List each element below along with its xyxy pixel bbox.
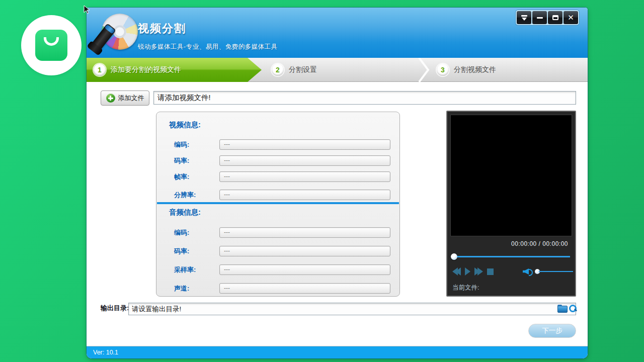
audio-bitrate-row: 码率: --- [156,246,399,256]
step-3-label: 分割视频文件 [454,65,496,74]
title-block: 视频分割 锐动多媒体工具-专业、易用、免费的多媒体工具 [138,21,278,51]
media-info-panel: 视频信息: 编码: --- 码率: --- 帧率: --- 分辨率: --- 音… [156,112,400,297]
menu-button[interactable] [517,11,531,24]
audio-channels-row: 声道: --- [156,283,399,294]
wizard-step-1-active[interactable]: 1 添加要分割的视频文件 [87,58,262,82]
video-codec-label: 编码: [174,139,189,150]
stop-icon [487,268,494,275]
add-file-label: 添加文件 [118,94,144,103]
video-bitrate-value: --- [219,155,390,166]
minimize-button[interactable] [532,11,547,24]
statusbar: Ver: 10.1 [87,346,588,358]
audio-codec-value: --- [219,227,390,238]
audio-samplerate-row: 采样率: --- [156,264,399,275]
audio-samplerate-label: 采样率: [174,264,196,275]
audio-bitrate-label: 码率: [174,246,189,256]
playback-controls [452,267,494,276]
folder-icon[interactable] [557,305,567,312]
stop-button[interactable] [487,267,494,276]
version-label: Ver: 10.1 [93,349,118,356]
app-disc-icon [97,13,138,54]
wizard-step-3[interactable]: 3 分割视频文件 [437,58,496,82]
video-resolution-label: 分辨率: [174,190,196,200]
main-content: 添加文件 请添加视频文件! 视频信息: 编码: --- 码率: --- 帧率: … [87,82,588,346]
app-store-badge[interactable] [21,15,82,75]
rewind-icon-2 [455,267,461,276]
video-resolution-value: --- [219,190,390,200]
audio-samplerate-value: --- [219,264,390,275]
time-display: 00:00:00 / 00:00:00 [511,240,568,247]
bag-handle [44,37,59,46]
video-info-heading: 视频信息: [169,120,201,130]
video-framerate-row: 帧率: --- [156,171,399,182]
close-button[interactable]: ✕ [564,11,578,24]
audio-info-heading: 音频信息: [169,208,201,217]
video-bitrate-label: 码率: [174,155,189,166]
video-display [450,115,572,236]
volume-control [523,267,573,276]
add-file-button[interactable]: 添加文件 [101,90,149,106]
maximize-icon [552,15,558,20]
seek-handle[interactable] [451,253,457,260]
step-1-label: 添加要分割的视频文件 [111,65,181,74]
video-bitrate-row: 码率: --- [156,155,399,166]
step-1-number: 1 [94,64,106,76]
maximize-button[interactable] [548,11,562,24]
mouse-cursor-icon [84,5,91,15]
wizard-bar: 1 添加要分割的视频文件 2 分割设置 3 分割视频文件 [87,58,588,82]
step-2-label: 分割设置 [289,65,317,74]
search-icon[interactable] [569,304,577,312]
step-separator-chevron-icon [418,58,430,82]
audio-bitrate-value: --- [219,246,390,256]
add-plus-icon [106,94,115,103]
minimize-icon [537,17,543,19]
window-controls: ✕ [516,10,579,25]
output-dir-label: 输出目录: [101,304,129,313]
audio-channels-value: --- [219,283,390,294]
chevron-down-icon [521,15,528,20]
rewind-button[interactable] [452,267,461,276]
seek-bar[interactable] [452,256,570,257]
video-framerate-value: --- [219,171,390,182]
next-step-button[interactable]: 下一步 [528,324,576,338]
app-subtitle: 锐动多媒体工具-专业、易用、免费的多媒体工具 [138,43,278,51]
app-title: 视频分割 [138,21,278,36]
store-bag-icon [35,30,67,61]
app-window: 视频分割 锐动多媒体工具-专业、易用、免费的多媒体工具 ✕ 1 添加要分割的视频… [87,8,588,358]
wizard-step-2[interactable]: 2 分割设置 [272,58,317,82]
video-resolution-row: 分辨率: --- [156,190,399,200]
volume-icon[interactable] [523,267,532,276]
file-path-field[interactable]: 请添加视频文件! [153,91,576,105]
volume-bar[interactable] [539,271,573,272]
video-codec-value: --- [219,139,390,150]
forward-icon-2 [477,267,483,276]
video-codec-row: 编码: --- [156,139,399,150]
close-icon: ✕ [568,14,574,22]
audio-codec-label: 编码: [174,227,189,238]
current-file-label: 当前文件: [452,284,479,292]
step-3-number: 3 [437,64,449,76]
play-button[interactable] [465,267,470,276]
player-panel: 00:00:00 / 00:00:00 [446,111,576,297]
audio-codec-row: 编码: --- [156,227,399,238]
forward-button[interactable] [474,267,483,276]
output-dir-text: 请设置输出目录! [132,305,181,313]
video-framerate-label: 帧率: [174,171,189,182]
output-dir-field[interactable]: 请设置输出目录! [128,303,576,315]
step-2-number: 2 [272,64,284,76]
play-icon [465,267,470,276]
audio-channels-label: 声道: [174,283,189,294]
section-divider [157,202,399,204]
titlebar: 视频分割 锐动多媒体工具-专业、易用、免费的多媒体工具 ✕ [87,8,588,58]
